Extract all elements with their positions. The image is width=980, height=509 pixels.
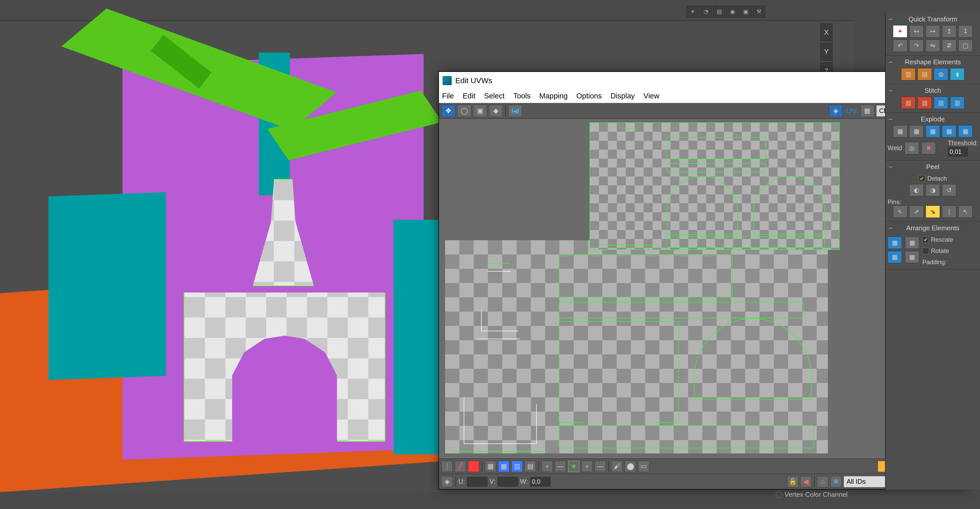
pin-5[interactable]: ↖ bbox=[958, 206, 973, 218]
rotate-check[interactable] bbox=[922, 247, 929, 254]
lock-icon[interactable]: 🔒 bbox=[787, 476, 798, 487]
explode-head[interactable]: Explode bbox=[888, 114, 978, 125]
w-field[interactable]: 0,0 bbox=[530, 477, 550, 487]
menu-view[interactable]: View bbox=[643, 92, 659, 100]
align-top[interactable]: ↥ bbox=[942, 25, 956, 38]
pin-3[interactable]: ⇘ bbox=[926, 206, 940, 218]
relax3[interactable]: ◖ bbox=[950, 68, 964, 80]
snow-icon[interactable]: ❄ bbox=[830, 476, 842, 487]
stitch-4[interactable]: ▥ bbox=[950, 97, 964, 109]
quick-transform-head[interactable]: Quick Transform bbox=[888, 14, 978, 25]
show-map-toggle[interactable]: ◈ bbox=[829, 105, 843, 117]
snapshot-icon[interactable]: ▣ bbox=[740, 6, 752, 18]
stitch-2[interactable]: ▥ bbox=[918, 97, 932, 109]
pin-2[interactable]: ⇗ bbox=[909, 206, 924, 218]
stitch-1[interactable]: ▥ bbox=[901, 97, 915, 109]
fireplace-mesh[interactable] bbox=[184, 179, 385, 442]
explode-4[interactable]: ▦ bbox=[942, 125, 956, 138]
uv-island-chimney-s[interactable] bbox=[600, 128, 659, 245]
element-grow[interactable]: ▦ bbox=[485, 461, 496, 472]
uv-island-dome2-s[interactable] bbox=[753, 176, 825, 235]
mirror-tool[interactable]: I◂I bbox=[508, 105, 522, 117]
uv-island-strip2-s[interactable] bbox=[667, 163, 766, 172]
sun-icon[interactable]: ☀ bbox=[687, 6, 699, 18]
flip-h[interactable]: ⇋ bbox=[926, 40, 940, 52]
pack-1[interactable]: ▦ bbox=[888, 237, 902, 249]
menu-edit[interactable]: Edit bbox=[463, 92, 476, 100]
plus2-icon[interactable]: ＋ bbox=[581, 461, 593, 472]
target-icon[interactable]: ◈ bbox=[442, 476, 453, 487]
peel-1[interactable]: ◐ bbox=[909, 184, 924, 197]
pack-4[interactable]: ▦ bbox=[905, 251, 919, 263]
weld-target[interactable]: ◎ bbox=[905, 142, 919, 154]
reshape-head[interactable]: Reshape Elements bbox=[888, 57, 978, 68]
eraser-icon[interactable]: ▭ bbox=[638, 461, 649, 472]
u-field[interactable] bbox=[467, 477, 487, 487]
relax2[interactable]: ◍ bbox=[934, 68, 948, 80]
threshold-field[interactable]: 0,01 bbox=[948, 147, 968, 157]
fit[interactable]: ▢ bbox=[958, 40, 973, 52]
axis-x[interactable]: X bbox=[820, 24, 832, 41]
uv-island-strip1[interactable] bbox=[559, 255, 732, 297]
screen-icon[interactable]: ▤ bbox=[713, 6, 725, 18]
pin-4[interactable]: | bbox=[942, 206, 956, 218]
straighten[interactable]: ▥ bbox=[901, 68, 915, 80]
align-center[interactable]: ✦ bbox=[893, 25, 907, 38]
align-left[interactable]: ↤ bbox=[909, 25, 924, 38]
element-shrink[interactable]: ▦ bbox=[498, 461, 509, 472]
align-right[interactable]: ↦ bbox=[926, 25, 940, 38]
menu-options[interactable]: Options bbox=[576, 92, 602, 100]
align-bottom[interactable]: ↧ bbox=[958, 25, 973, 38]
menu-tools[interactable]: Tools bbox=[513, 92, 531, 100]
vertex-subobj[interactable]: ⋮ bbox=[442, 461, 453, 472]
uv-island-strip3[interactable] bbox=[559, 425, 814, 448]
pin-1[interactable]: ⇖ bbox=[893, 206, 907, 218]
scale-tool[interactable]: ▣ bbox=[473, 105, 487, 117]
stitch-head[interactable]: Stitch bbox=[888, 86, 978, 97]
pack-2[interactable]: ▦ bbox=[888, 251, 902, 263]
flip-v[interactable]: ⇵ bbox=[942, 40, 956, 52]
stitch-3[interactable]: ▥ bbox=[934, 97, 948, 109]
v-field[interactable] bbox=[498, 477, 518, 487]
flame-icon[interactable]: ♨ bbox=[817, 476, 829, 487]
menu-display[interactable]: Display bbox=[611, 92, 635, 100]
green-lines-icon[interactable]: ≡ bbox=[568, 461, 579, 472]
rescale-check[interactable]: ✔ bbox=[922, 236, 929, 243]
detach-check[interactable]: ✔ bbox=[919, 175, 925, 182]
camera-icon[interactable]: ◉ bbox=[726, 6, 738, 18]
vertex-color-label[interactable]: Vertex Color Channel bbox=[776, 491, 848, 498]
uv-island-strip3-s[interactable] bbox=[667, 236, 825, 248]
hammer-icon[interactable]: ⚒ bbox=[753, 6, 765, 18]
plus-icon[interactable]: ＋ bbox=[542, 461, 553, 472]
menu-file[interactable]: File bbox=[442, 92, 454, 100]
peel-head[interactable]: Peel bbox=[888, 162, 978, 173]
arrange-head[interactable]: Arrange Elements bbox=[888, 223, 978, 234]
menu-select[interactable]: Select bbox=[484, 92, 505, 100]
minus-icon[interactable]: — bbox=[555, 461, 566, 472]
freeform-tool[interactable]: ◆ bbox=[489, 105, 503, 117]
edge-subobj[interactable]: ╱ bbox=[455, 461, 466, 472]
select-loop[interactable]: ▤ bbox=[525, 461, 536, 472]
explode-3[interactable]: ▦ bbox=[926, 125, 940, 138]
brush-icon[interactable]: ⬤ bbox=[625, 461, 636, 472]
pack-3[interactable]: ▦ bbox=[905, 237, 919, 249]
pin-icon[interactable]: ◀ bbox=[800, 476, 811, 487]
peel-2[interactable]: ◑ bbox=[926, 184, 940, 197]
axis-y[interactable]: Y bbox=[820, 43, 832, 61]
peel-reset[interactable]: ↺ bbox=[942, 184, 956, 197]
weld-break[interactable]: ✖ bbox=[921, 142, 936, 154]
explode-5[interactable]: ▦ bbox=[958, 125, 973, 138]
select-ring[interactable]: ▥ bbox=[511, 461, 523, 472]
explode-1[interactable]: ▦ bbox=[893, 125, 907, 138]
menu-mapping[interactable]: Mapping bbox=[539, 92, 568, 100]
grid-icon[interactable]: ▦ bbox=[861, 105, 874, 117]
relax1[interactable]: ▤ bbox=[918, 68, 932, 80]
dash-icon[interactable]: — bbox=[595, 461, 606, 472]
move-tool[interactable]: ✥ bbox=[442, 105, 455, 117]
uv-island-strip1-s[interactable] bbox=[667, 137, 766, 159]
rotate-ccw[interactable]: ↶ bbox=[893, 40, 907, 52]
globe-icon[interactable]: ◔ bbox=[700, 6, 712, 18]
poly-subobj[interactable] bbox=[468, 461, 479, 472]
explode-2[interactable]: ▦ bbox=[909, 125, 924, 138]
paint-icon[interactable]: 🖌 bbox=[611, 461, 623, 472]
